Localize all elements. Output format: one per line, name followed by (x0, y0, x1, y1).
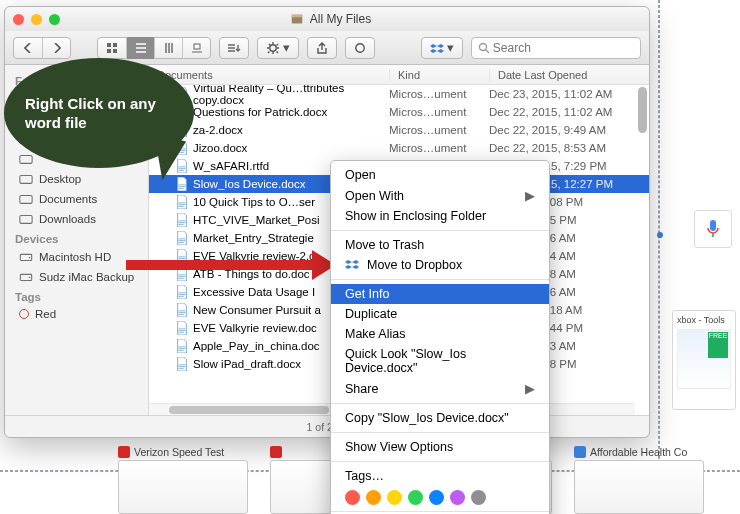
menu-item[interactable]: Show in Enclosing Folder (331, 206, 549, 226)
desktop-thumbnail[interactable]: Verizon Speed Test (118, 446, 248, 510)
voice-search-icon[interactable] (694, 210, 732, 248)
sidebar-item[interactable]: Downloads (5, 209, 148, 229)
sidebar-header-tags: Tags (5, 287, 148, 305)
sidebar-item[interactable]: Desktop (5, 169, 148, 189)
gear-icon (266, 41, 280, 55)
sidebar-header-devices: Devices (5, 229, 148, 247)
column-date[interactable]: Date Last Opened (489, 69, 639, 81)
docx-icon (175, 303, 189, 317)
favicon-icon (270, 446, 282, 458)
drive-icon (19, 250, 33, 264)
svg-rect-1 (292, 15, 303, 18)
menu-separator (331, 279, 549, 280)
submenu-arrow-icon: ▶ (525, 381, 535, 396)
view-switcher (97, 37, 211, 59)
file-row[interactable]: za-2.docxMicros…umentDec 22, 2015, 9:49 … (149, 121, 649, 139)
view-coverflow[interactable] (182, 37, 210, 59)
column-headers[interactable]: Documents Kind Date Last Opened (149, 65, 649, 85)
tag-color[interactable] (366, 490, 381, 505)
dropbox-icon (345, 259, 359, 271)
tag-dot-icon (19, 309, 29, 319)
microphone-icon (705, 219, 721, 239)
menu-separator (331, 230, 549, 231)
menu-item[interactable]: Open With▶ (331, 185, 549, 206)
svg-rect-25 (574, 446, 586, 458)
favicon-icon (118, 446, 130, 458)
search-field[interactable] (471, 37, 641, 59)
tag-color[interactable] (408, 490, 423, 505)
column-kind[interactable]: Kind (389, 69, 489, 81)
背景-thumbnail[interactable]: xbox - Tools FREE (672, 310, 736, 410)
menu-item[interactable]: Copy "Slow_Ios Device.docx" (331, 408, 549, 428)
desktop-icon (19, 172, 33, 186)
all-my-files-icon (290, 12, 304, 26)
menu-item[interactable]: Get Info (331, 284, 549, 304)
file-row[interactable]: Questions for Patrick.docxMicros…umentDe… (149, 103, 649, 121)
docx-icon (175, 357, 189, 371)
file-row[interactable]: Virtual Reality – Qu…ttributes copy.docx… (149, 85, 649, 103)
share-button[interactable] (307, 37, 337, 59)
column-name[interactable]: Documents (149, 69, 389, 81)
menu-item[interactable]: Tags… (331, 466, 549, 486)
tag-color[interactable] (471, 490, 486, 505)
tag-color[interactable] (387, 490, 402, 505)
dropbox-icon (430, 42, 444, 54)
svg-rect-14 (20, 176, 32, 184)
view-columns[interactable] (154, 37, 182, 59)
menu-item[interactable]: Move to Trash (331, 235, 549, 255)
file-row[interactable]: Jizoo.docxMicros…umentDec 22, 2015, 8:53… (149, 139, 649, 157)
menu-item[interactable]: Make Alias (331, 324, 549, 344)
tag-icon (354, 42, 366, 54)
forward-button[interactable] (42, 37, 70, 59)
menu-item[interactable]: Share▶ (331, 378, 549, 399)
scroll-thumb[interactable] (638, 87, 647, 133)
zoom-button[interactable] (49, 14, 60, 25)
docx-icon (175, 231, 189, 245)
menu-item[interactable]: Quick Look "Slow_Ios Device.docx" (331, 344, 549, 378)
docx-icon (175, 213, 189, 227)
svg-rect-2 (107, 43, 111, 47)
sidebar-tag-item[interactable]: Red (5, 305, 148, 323)
svg-rect-3 (113, 43, 117, 47)
back-button[interactable] (14, 37, 42, 59)
submenu-arrow-icon: ▶ (525, 188, 535, 203)
dropbox-toolbar[interactable]: ▾ (421, 37, 463, 59)
titlebar[interactable]: All My Files (5, 7, 649, 31)
docx-icon (175, 195, 189, 209)
vertical-scrollbar[interactable] (638, 87, 647, 413)
view-icon[interactable] (98, 37, 126, 59)
docx-icon (175, 339, 189, 353)
menu-item[interactable]: Show View Options (331, 437, 549, 457)
menu-item[interactable]: Duplicate (331, 304, 549, 324)
tag-color[interactable] (429, 490, 444, 505)
drive-icon (19, 270, 33, 284)
minimize-button[interactable] (31, 14, 42, 25)
tags-button[interactable] (345, 37, 375, 59)
view-list[interactable] (126, 37, 154, 59)
svg-rect-21 (710, 220, 716, 231)
scroll-thumb[interactable] (169, 406, 329, 414)
svg-rect-6 (194, 44, 200, 49)
tag-color[interactable] (345, 490, 360, 505)
svg-rect-22 (118, 446, 130, 458)
search-input[interactable] (493, 41, 634, 55)
traffic-lights (13, 14, 60, 25)
arrange-menu[interactable] (219, 37, 249, 59)
action-menu[interactable]: ▾ (257, 37, 299, 59)
favicon-icon (574, 446, 586, 458)
desktop-thumbnail[interactable]: Affordable Health Co (574, 446, 704, 510)
sidebar-item[interactable]: Documents (5, 189, 148, 209)
menu-item[interactable]: Open (331, 165, 549, 185)
docx-icon (175, 177, 189, 191)
svg-rect-16 (20, 216, 32, 224)
svg-rect-23 (270, 446, 282, 458)
docx-icon (175, 321, 189, 335)
menu-separator (331, 461, 549, 462)
svg-point-7 (270, 44, 276, 50)
svg-rect-13 (20, 156, 32, 164)
share-icon (316, 42, 328, 54)
svg-point-8 (356, 43, 364, 51)
tag-color[interactable] (450, 490, 465, 505)
menu-item[interactable]: Move to Dropbox (331, 255, 549, 275)
close-button[interactable] (13, 14, 24, 25)
